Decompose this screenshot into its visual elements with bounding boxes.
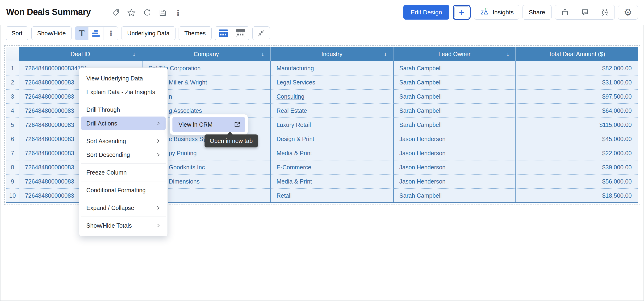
cell-lead-owner[interactable]: Sarah Campbell [393, 118, 516, 132]
alarm-icon[interactable] [595, 5, 614, 19]
cell-lead-owner[interactable]: Sarah Campbell [393, 188, 516, 202]
column-header-label: Deal ID [70, 51, 90, 58]
cell-amount[interactable]: $18,500.00 [516, 188, 638, 202]
menu-divider [81, 164, 166, 164]
tag-icon[interactable] [111, 8, 121, 18]
sort-arrow-icon[interactable]: ↓ [132, 50, 136, 58]
cell-lead-owner[interactable]: Jason Henderson [393, 146, 516, 160]
cell-industry[interactable]: Legal Services [270, 75, 393, 89]
menu-item-view-underlying-data[interactable]: View Underlying Data [79, 72, 168, 85]
chart-view-icon[interactable] [88, 27, 104, 40]
column-header-label: Company [194, 51, 219, 58]
chevron-right-icon [156, 121, 160, 126]
menu-item-drill-through[interactable]: Drill Through [79, 103, 168, 116]
table-gray-icon[interactable] [232, 27, 249, 40]
cell-amount[interactable]: $82,000.00 [516, 61, 638, 75]
menu-item-label: Drill Actions [86, 120, 117, 127]
menu-item-sort-ascending[interactable]: Sort Ascending [79, 134, 168, 148]
settings-gear-icon[interactable]: ⚙ [618, 5, 638, 20]
cell-amount[interactable]: $22,000.00 [516, 146, 638, 160]
cell-industry[interactable]: Luxury Retail [270, 118, 393, 132]
sort-arrow-icon[interactable]: ↓ [261, 50, 264, 58]
cell-industry[interactable]: Design & Print [270, 132, 393, 146]
comment-icon[interactable] [575, 5, 595, 19]
cell-industry[interactable]: Retail [270, 188, 393, 202]
chevron-right-icon [156, 224, 160, 228]
column-header-company[interactable]: Company↓ [142, 47, 270, 61]
table-corner-cell [6, 47, 19, 61]
column-header-total-deal-amount[interactable]: Total Deal Amount ($) [516, 47, 638, 61]
cell-amount[interactable]: $64,000.00 [516, 103, 638, 118]
view-in-crm-label: View in CRM [178, 121, 212, 128]
cell-amount[interactable]: $31,000.00 [516, 75, 638, 89]
menu-item-label: Sort Descending [86, 152, 130, 158]
menu-item-drill-actions[interactable]: Drill Actions [81, 116, 166, 130]
cell-industry[interactable]: E-Commerce [270, 160, 393, 174]
page-title: Won Deals Summary [6, 7, 91, 17]
column-header-industry[interactable]: Industry↓ [270, 47, 393, 61]
insights-label: Insights [492, 9, 514, 16]
more-vertical-icon[interactable]: ⋮ [104, 27, 118, 40]
underlying-data-button[interactable]: Underlying Data [121, 26, 175, 40]
menu-divider [81, 101, 166, 101]
cell-amount[interactable]: $115,000.00 [516, 118, 638, 132]
cell-lead-owner[interactable]: Sarah Campbell [393, 89, 516, 103]
table-header-row: Deal ID↓Company↓Industry↓Lead Owner↓Tota… [6, 47, 638, 61]
menu-item-show-hide-totals[interactable]: Show/Hide Totals [79, 219, 168, 232]
row-number: 1 [6, 61, 19, 75]
cell-lead-owner[interactable]: Jason Henderson [393, 132, 516, 146]
cell-amount[interactable]: $56,000.00 [516, 174, 638, 188]
sort-arrow-icon[interactable]: ↓ [384, 50, 387, 58]
sort-button[interactable]: Sort [6, 26, 28, 40]
chevron-right-icon [156, 139, 160, 143]
cell-lead-owner[interactable]: Sarah Campbell [393, 103, 516, 118]
refresh-icon[interactable] [142, 8, 152, 18]
star-icon[interactable] [126, 8, 136, 18]
menu-item-freeze-column[interactable]: Freeze Column [79, 166, 168, 179]
cell-lead-owner[interactable]: Sarah Campbell [393, 75, 516, 89]
cell-industry[interactable]: Manufacturing [270, 61, 393, 75]
context-menu: View Underlying DataExplain Data - Zia I… [79, 68, 168, 236]
menu-divider [81, 199, 166, 199]
collapse-icon [257, 29, 266, 38]
cell-amount[interactable]: $97,500.00 [516, 89, 638, 103]
view-in-crm-item[interactable]: View in CRM [172, 117, 245, 132]
cell-industry[interactable]: Media & Print [270, 174, 393, 188]
cell-lead-owner[interactable]: Sarah Campbell [393, 61, 516, 75]
menu-item-sort-descending[interactable]: Sort Descending [79, 148, 168, 162]
column-header-lead-owner[interactable]: Lead Owner↓ [393, 47, 516, 61]
text-view-icon[interactable]: T [75, 27, 88, 40]
column-header-deal-id[interactable]: Deal ID↓ [19, 47, 142, 61]
column-header-label: Industry [321, 51, 342, 58]
edit-design-button[interactable]: Edit Design [404, 5, 450, 20]
cell-lead-owner[interactable]: Jason Henderson [393, 160, 516, 174]
menu-item-explain-data-zia-insights[interactable]: Explain Data - Zia Insights [79, 85, 168, 99]
share-button[interactable]: Share [522, 5, 552, 20]
more-vertical-icon[interactable]: ⋮ [173, 8, 183, 18]
menu-item-label: Show/Hide Totals [86, 222, 132, 229]
table-blue-icon[interactable] [215, 27, 232, 40]
cell-lead-owner[interactable]: Jason Henderson [393, 174, 516, 188]
add-button[interactable]: + [453, 5, 470, 20]
save-icon[interactable] [158, 8, 168, 18]
cell-amount[interactable]: $39,000.00 [516, 160, 638, 174]
sort-arrow-icon[interactable]: ↓ [506, 50, 510, 58]
cell-industry[interactable]: Real Estate [270, 103, 393, 118]
cell-industry[interactable]: Consulting [270, 89, 393, 103]
collapse-toolbar-button[interactable] [252, 26, 270, 40]
menu-item-label: Conditional Formatting [86, 187, 146, 194]
zia-insights-icon [479, 7, 490, 18]
external-link-icon[interactable] [233, 121, 241, 128]
menu-item-expand-collapse[interactable]: Expand / Collapse [79, 201, 168, 215]
insights-button[interactable]: Insights [474, 5, 519, 20]
row-number: 3 [6, 89, 19, 103]
chevron-right-icon [156, 152, 160, 157]
show-hide-button[interactable]: Show/Hide [31, 26, 72, 40]
export-icon[interactable] [555, 5, 575, 19]
row-number: 8 [6, 160, 19, 174]
cell-amount[interactable]: $45,000.00 [516, 132, 638, 146]
top-bar: Won Deals Summary ⋮ Edit Design + [0, 0, 644, 25]
menu-item-conditional-formatting[interactable]: Conditional Formatting [79, 183, 168, 197]
themes-button[interactable]: Themes [178, 26, 212, 40]
cell-industry[interactable]: Media & Print [270, 146, 393, 160]
